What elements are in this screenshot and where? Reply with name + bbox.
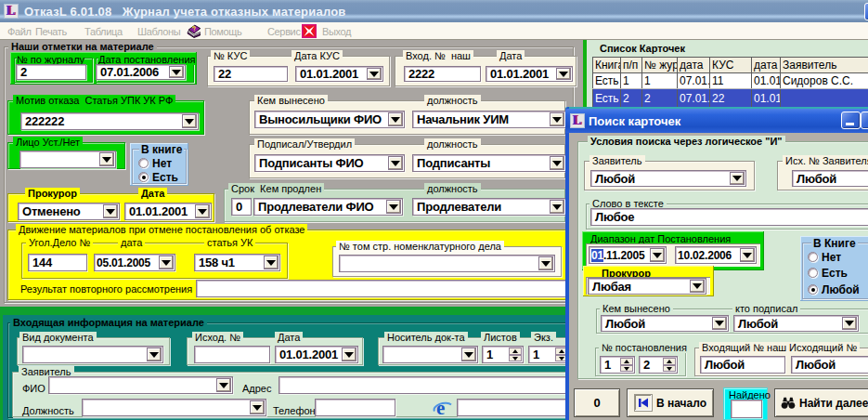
dropdown-arrow-icon[interactable] — [342, 348, 356, 361]
dropdown-arrow-icon[interactable] — [650, 248, 665, 262]
dropdown-arrow-icon[interactable] — [538, 256, 553, 270]
dlg-date-from-combo[interactable]: 01.11.2005 — [589, 246, 667, 264]
spin-up-icon[interactable] — [663, 358, 676, 365]
spin-buttons[interactable] — [663, 358, 676, 372]
dlg-prosecutor-combo[interactable]: Любая — [588, 278, 706, 295]
case-date-combo[interactable]: 05.01.2005 — [94, 254, 175, 271]
dlg-word-field[interactable]: Любое — [590, 208, 868, 226]
dropdown-arrow-icon[interactable] — [712, 317, 727, 330]
phone-field[interactable] — [315, 399, 395, 416]
fio-combo[interactable] — [48, 376, 233, 394]
titlebar-button-cut[interactable] — [864, 3, 868, 20]
dropdown-arrow-icon[interactable] — [550, 200, 564, 214]
dropdown-arrow-icon[interactable] — [730, 172, 745, 185]
journal-no-field[interactable]: 2 — [16, 64, 86, 80]
prolonger-pos-combo[interactable]: Продлеватели — [412, 198, 566, 216]
doctype-combo[interactable] — [22, 346, 163, 363]
main-titlebar[interactable]: L ОтказL 6.01.08 Журнал учета отказных м… — [0, 0, 868, 22]
menu-templates[interactable]: Шаблоны — [137, 26, 180, 37]
person-combo[interactable] — [19, 151, 116, 168]
menu-help[interactable]: Помощь — [204, 26, 241, 37]
dlg-inbook-yes-radio[interactable] — [808, 268, 818, 278]
dlg-outno-field[interactable]: Любой — [792, 170, 868, 187]
incoming-date-combo[interactable]: 01.01.2001 — [275, 346, 358, 363]
dropdown-arrow-icon[interactable] — [556, 68, 571, 80]
decree-date-combo[interactable]: 07.01.2006 — [96, 64, 186, 80]
spin-down-icon[interactable] — [509, 355, 522, 362]
inbook-yes-radio[interactable] — [138, 172, 149, 182]
dlg-signer-combo[interactable]: Любой — [733, 315, 859, 332]
dlg-inbook-any-radio[interactable] — [808, 284, 818, 295]
kus-no-field[interactable]: 22 — [214, 66, 288, 82]
dlg-inbook-no-radio[interactable] — [808, 252, 818, 262]
dropdown-arrow-icon[interactable] — [388, 156, 403, 170]
inc-date-combo[interactable]: 01.01.2001 — [486, 66, 573, 82]
dropdown-arrow-icon[interactable] — [461, 348, 476, 361]
spin-down-icon[interactable] — [620, 365, 633, 373]
dropdown-arrow-icon[interactable] — [367, 68, 382, 80]
table-row[interactable]: Есть1 107.01. 1101.01. Сидоров С.С. — [593, 73, 868, 89]
dlg-outno2-field[interactable]: Любой — [791, 356, 868, 374]
result-field[interactable] — [196, 280, 574, 297]
signer-combo[interactable]: Подписанты ФИО — [254, 154, 405, 172]
menu-exit[interactable]: Выход — [322, 26, 351, 37]
dropdown-arrow-icon[interactable] — [550, 156, 564, 170]
menu-service[interactable]: Сервис — [267, 26, 301, 37]
menu-print[interactable]: Печать — [35, 26, 67, 37]
prolonger-combo[interactable]: Продлеватели ФИО — [253, 198, 403, 216]
dropdown-arrow-icon[interactable] — [195, 204, 210, 218]
inbook-no-radio[interactable] — [138, 158, 149, 168]
counter-button[interactable]: 0 — [574, 388, 620, 417]
dropdown-arrow-icon[interactable] — [386, 200, 401, 214]
prosecutor-combo[interactable]: Отменено — [18, 203, 120, 220]
dropdown-arrow-icon[interactable] — [842, 317, 857, 330]
dropdown-arrow-icon[interactable] — [388, 112, 403, 126]
dropdown-arrow-icon[interactable] — [250, 400, 265, 414]
out-no-field[interactable] — [194, 346, 270, 363]
signer-pos-combo[interactable]: Подписанты — [412, 154, 566, 172]
dialog-titlebar[interactable]: L Поиск карточек — [565, 109, 868, 133]
spin-up-icon[interactable] — [620, 358, 633, 365]
address-field[interactable] — [279, 376, 589, 394]
case-no-field[interactable]: 144 — [28, 254, 87, 271]
dropdown-arrow-icon[interactable] — [159, 256, 174, 269]
spin-buttons[interactable] — [509, 348, 522, 361]
dlg-date-to-combo[interactable]: 10.02.2006 — [675, 246, 757, 264]
minimize-button[interactable] — [841, 112, 861, 129]
spin-buttons[interactable] — [620, 358, 633, 372]
term-field[interactable]: 0 — [231, 198, 252, 216]
pros-date-combo[interactable]: 01.01.2001 — [124, 203, 212, 220]
dropdown-arrow-icon[interactable] — [99, 152, 114, 166]
spin-up-icon[interactable] — [509, 348, 522, 355]
inc-no-field[interactable]: 2222 — [404, 66, 481, 82]
dropdown-arrow-icon[interactable] — [264, 256, 279, 269]
dropdown-arrow-icon[interactable] — [147, 348, 162, 361]
dlg-applicant-combo[interactable]: Любой — [590, 170, 746, 187]
dropdown-arrow-icon[interactable] — [182, 114, 197, 128]
dropdown-arrow-icon[interactable] — [740, 248, 755, 262]
copies-stepper[interactable]: 1 — [528, 346, 570, 363]
table-row-selected[interactable]: Есть2 207.01. 2201.01. — [593, 89, 868, 108]
to-start-button[interactable]: В начало — [627, 388, 714, 417]
position-combo[interactable] — [82, 399, 266, 416]
maximize-button-cut[interactable] — [861, 112, 868, 129]
find-next-button[interactable]: Найти далее — [774, 388, 868, 417]
spin-down-icon[interactable] — [663, 365, 676, 373]
motive-combo[interactable]: 222222 — [20, 112, 199, 130]
dropdown-arrow-icon[interactable] — [216, 378, 231, 392]
dropdown-arrow-icon[interactable] — [550, 112, 564, 126]
menu-file[interactable]: Файл — [7, 26, 32, 37]
article-combo[interactable]: 158 ч1 — [194, 254, 280, 271]
sheets-stepper[interactable]: 1 — [482, 346, 524, 363]
carrier-combo[interactable] — [382, 346, 478, 363]
dlg-inno-field[interactable]: Любой — [700, 356, 785, 374]
kus-date-combo[interactable]: 01.01.2001 — [295, 66, 383, 82]
issuer-pos-combo[interactable]: Начальник УИМ — [412, 111, 566, 128]
tom-combo[interactable] — [339, 255, 555, 272]
dropdown-arrow-icon[interactable] — [690, 280, 705, 293]
dlg-decree-stepper-1[interactable]: 1 — [600, 356, 635, 374]
found-field[interactable] — [731, 400, 762, 418]
dlg-issuer-combo[interactable]: Любой — [601, 315, 729, 332]
issuer-combo[interactable]: Выносильщики ФИО — [254, 111, 405, 128]
dropdown-arrow-icon[interactable] — [103, 204, 118, 218]
